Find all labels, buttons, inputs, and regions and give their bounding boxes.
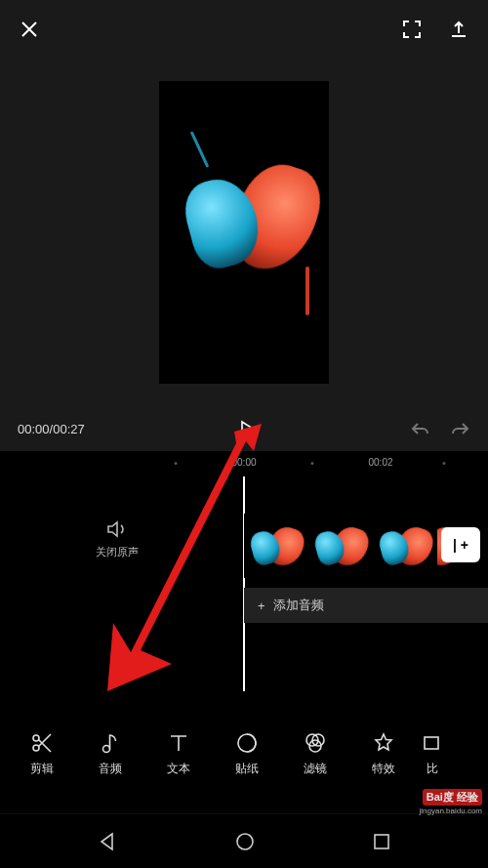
svg-rect-8	[425, 737, 438, 749]
ruler-time-1: 00:02	[368, 457, 392, 468]
square-recent-icon	[372, 832, 391, 851]
tool-edit[interactable]: 剪辑	[8, 731, 76, 777]
time-display: 00:00/00:27	[18, 422, 85, 436]
tool-toolbar: 剪辑 音频 文本 贴纸 滤镜 特效 比	[0, 718, 488, 790]
current-time: 00:00	[18, 422, 50, 436]
tool-effect[interactable]: 特效	[349, 731, 418, 777]
undo-icon	[410, 421, 431, 436]
play-button[interactable]	[85, 420, 410, 437]
system-nav-bar	[0, 813, 488, 868]
mute-label: 关闭原声	[0, 545, 234, 559]
nav-recent-button[interactable]	[372, 832, 391, 851]
svg-point-9	[237, 834, 253, 849]
preview-area[interactable]	[0, 59, 488, 406]
clip-thumbnail[interactable]	[244, 514, 308, 578]
star-icon	[372, 731, 395, 755]
text-icon	[167, 731, 190, 755]
close-icon	[20, 20, 39, 39]
timeline-ruler[interactable]: 00:00 00:02	[0, 451, 488, 476]
clip-thumbnail[interactable]	[308, 514, 373, 578]
scissors-icon	[30, 731, 54, 755]
ruler-time-0: 00:00	[231, 457, 256, 468]
tool-text[interactable]: 文本	[144, 731, 213, 777]
undo-button[interactable]	[410, 421, 431, 436]
preview-drip	[190, 131, 210, 168]
svg-rect-10	[375, 835, 388, 848]
ruler-tick	[443, 462, 446, 465]
speaker-icon	[106, 519, 128, 539]
playhead[interactable]	[243, 476, 245, 691]
add-audio-track[interactable]: + 添加音频	[244, 588, 488, 623]
mute-original-sound[interactable]: 关闭原声	[0, 516, 234, 559]
clip-thumbnail[interactable]	[373, 514, 437, 578]
filter-icon	[304, 731, 327, 755]
nav-home-button[interactable]	[234, 831, 256, 852]
tool-ratio[interactable]: 比	[418, 731, 447, 777]
svg-point-3	[103, 745, 110, 752]
preview-drip	[305, 267, 309, 315]
watermark-brand: Bai度 经验	[423, 789, 482, 806]
sticker-icon	[235, 731, 259, 755]
tool-audio[interactable]: 音频	[76, 731, 144, 777]
top-bar	[0, 0, 488, 59]
add-audio-label: 添加音频	[273, 597, 324, 614]
triangle-back-icon	[97, 831, 118, 852]
plus-icon: +	[258, 599, 265, 613]
export-button[interactable]	[449, 20, 468, 39]
watermark: Bai度 经验 jingyan.baidu.com	[420, 789, 482, 815]
playback-controls: 00:00/00:27	[0, 406, 488, 451]
ratio-icon	[421, 731, 444, 755]
fullscreen-icon	[402, 20, 422, 39]
tool-sticker[interactable]: 贴纸	[213, 731, 281, 777]
preview-canvas	[159, 81, 329, 384]
ruler-tick	[311, 462, 314, 465]
redo-icon	[449, 421, 470, 436]
nav-back-button[interactable]	[97, 831, 118, 852]
fullscreen-button[interactable]	[402, 20, 422, 39]
tool-filter[interactable]: 滤镜	[281, 731, 349, 777]
add-clip-button[interactable]: | +	[441, 527, 480, 562]
redo-button[interactable]	[449, 421, 470, 436]
total-time: 00:27	[53, 422, 85, 436]
ruler-tick	[175, 462, 178, 465]
circle-home-icon	[234, 831, 256, 852]
music-note-icon	[99, 731, 122, 755]
watermark-url: jingyan.baidu.com	[420, 806, 482, 815]
export-icon	[449, 20, 468, 39]
close-button[interactable]	[20, 20, 39, 39]
play-icon	[238, 420, 256, 437]
